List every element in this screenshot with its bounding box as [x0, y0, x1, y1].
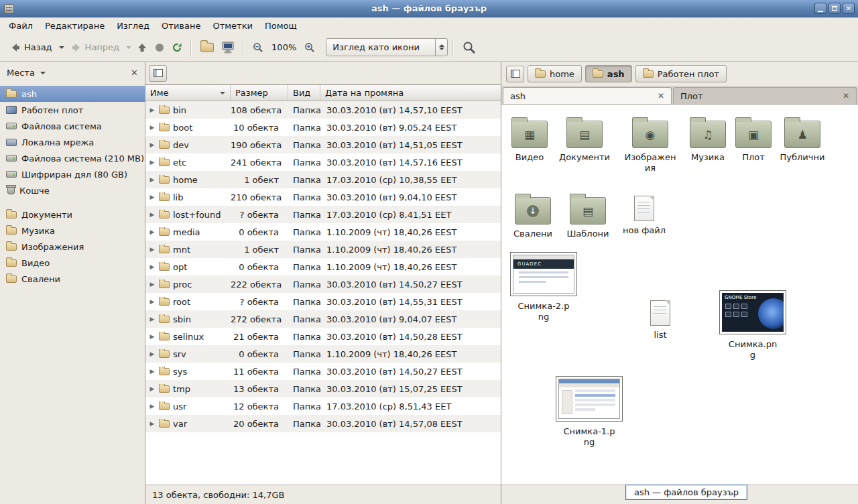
table-row[interactable]: ▶home1 обектПапка17.03.2010 (ср) 10,38,5…: [145, 171, 501, 188]
table-row[interactable]: ▶lost+found? обектаПапка17.03.2010 (ср) …: [145, 206, 501, 223]
table-row[interactable]: ▶bin108 обектаПапка30.03.2010 (вт) 14,57…: [145, 101, 501, 119]
expander-icon[interactable]: ▶: [149, 403, 156, 410]
icon-item-snimka2[interactable]: GUADEC Снимка-2.png: [510, 252, 577, 322]
close-button[interactable]: ✕: [843, 3, 855, 14]
expander-icon[interactable]: ▶: [149, 107, 156, 113]
tab-close-icon[interactable]: ✕: [843, 91, 849, 101]
menu-edit[interactable]: Редактиране: [39, 19, 111, 33]
expander-icon[interactable]: ▶: [149, 351, 156, 357]
breadcrumb-ash[interactable]: ash: [585, 65, 632, 82]
zoom-out-button[interactable]: [249, 38, 267, 57]
expander-icon[interactable]: ▶: [149, 385, 156, 392]
sidebar-item-documents[interactable]: Документи: [0, 206, 145, 223]
reload-button[interactable]: [168, 39, 186, 56]
up-button[interactable]: [133, 39, 151, 56]
sidebar-item-music[interactable]: Музика: [0, 223, 145, 239]
menu-view[interactable]: Изглед: [111, 19, 156, 33]
table-row[interactable]: ▶srv0 обектаПапка1.10.2009 (чт) 18,40,26…: [145, 345, 501, 363]
view-mode-spinner[interactable]: [435, 39, 447, 56]
zoom-in-button[interactable]: [300, 38, 319, 57]
menu-file[interactable]: Файл: [3, 19, 39, 33]
table-row[interactable]: ▶proc222 обектаПапка30.03.2010 (вт) 14,5…: [145, 275, 501, 293]
table-row[interactable]: ▶sys11 обектаПапка30.03.2010 (вт) 14,50,…: [145, 363, 501, 380]
icon-item-snimka1[interactable]: Снимка-1.png: [556, 376, 623, 447]
tab-ash[interactable]: ash ✕: [503, 87, 672, 104]
sidebar-item-trash[interactable]: Кошче: [0, 182, 145, 198]
sidebar-item-video[interactable]: Видео: [0, 255, 145, 271]
table-row[interactable]: ▶dev190 обектаПапка30.03.2010 (вт) 14,51…: [145, 136, 501, 153]
table-row[interactable]: ▶sbin272 обектаПапка30.03.2010 (вт) 9,04…: [145, 310, 501, 328]
sidebar-item-downloads[interactable]: Свалени: [0, 271, 145, 287]
forward-button[interactable]: Напред: [66, 39, 124, 56]
tab-desktop[interactable]: Плот ✕: [673, 87, 857, 104]
sidebar-item-filesystem-210[interactable]: Файлова система (210 MB): [0, 150, 145, 166]
maximize-button[interactable]: [829, 3, 841, 14]
expander-icon[interactable]: ▶: [149, 368, 156, 375]
sidebar-title-dropdown[interactable]: Места: [7, 68, 48, 78]
expander-icon[interactable]: ▶: [149, 246, 156, 253]
expander-icon[interactable]: ▶: [149, 298, 156, 305]
table-row[interactable]: ▶etc241 обектаПапка30.03.2010 (вт) 14,57…: [145, 153, 501, 171]
minimize-button[interactable]: [814, 3, 826, 14]
table-row[interactable]: ▶media0 обектаПапка1.10.2009 (чт) 18,40,…: [145, 223, 501, 241]
computer-button[interactable]: [218, 38, 238, 57]
sidebar-item-network[interactable]: Локална мрежа: [0, 134, 145, 150]
back-button[interactable]: Назад: [5, 39, 57, 56]
table-row[interactable]: ▶root? обектаПапка30.03.2010 (вт) 14,55,…: [145, 293, 501, 310]
icon-item-templates[interactable]: ▤ Шаблони: [560, 193, 616, 239]
expander-icon[interactable]: ▶: [149, 333, 156, 340]
view-mode-dropdown[interactable]: Изглед като икони: [326, 38, 448, 56]
sidebar-item-filesystem[interactable]: Файлова система: [0, 118, 145, 134]
column-header-size[interactable]: Размер: [231, 85, 288, 101]
breadcrumb-home[interactable]: home: [528, 65, 582, 82]
expander-icon[interactable]: ▶: [149, 159, 156, 166]
expander-icon[interactable]: ▶: [149, 229, 156, 235]
column-header-modified[interactable]: Дата на промяна: [320, 85, 501, 101]
table-row[interactable]: ▶mnt1 обектПапка1.10.2009 (чт) 18,40,26 …: [145, 241, 501, 258]
table-row[interactable]: ▶var20 обектаПапка30.03.2010 (вт) 14,57,…: [145, 415, 501, 432]
icon-item-list[interactable]: list: [632, 298, 688, 340]
icon-item-documents[interactable]: ▤ Документи: [556, 117, 613, 163]
expander-icon[interactable]: ▶: [149, 141, 156, 148]
sidebar-item-encrypted[interactable]: Шифриран дял (80 GB): [0, 166, 145, 182]
search-button[interactable]: [458, 37, 480, 58]
pane-toggle-button[interactable]: [506, 66, 524, 82]
menu-bookmarks[interactable]: Отметки: [206, 19, 258, 33]
home-folder-icon: [200, 43, 214, 52]
column-header-name[interactable]: Име: [145, 85, 231, 101]
tab-close-icon[interactable]: ✕: [658, 91, 664, 101]
expander-icon[interactable]: ▶: [149, 281, 156, 288]
table-row[interactable]: ▶opt0 обектаПапка1.10.2009 (чт) 18,40,26…: [145, 258, 501, 275]
icon-item-new-file[interactable]: нов файл: [616, 193, 672, 236]
expander-icon[interactable]: ▶: [149, 176, 156, 183]
table-row[interactable]: ▶usr12 обектаПапка17.03.2010 (ср) 8,51,4…: [145, 397, 501, 415]
expander-icon[interactable]: ▶: [149, 124, 156, 131]
expander-icon[interactable]: ▶: [149, 263, 156, 270]
icon-item-downloads[interactable]: ↓ Свалени: [505, 193, 561, 239]
icon-item-public[interactable]: ♟ Публични: [774, 117, 831, 163]
sidebar-item-ash[interactable]: ash: [0, 86, 145, 102]
menu-go[interactable]: Отиване: [156, 19, 206, 33]
back-history-chevron-icon[interactable]: [59, 46, 64, 49]
table-row[interactable]: ▶tmp13 обектаПапка30.03.2010 (вт) 15,07,…: [145, 380, 501, 397]
pane-toggle-button[interactable]: [149, 65, 167, 82]
sidebar-item-pictures[interactable]: Изображения: [0, 239, 145, 255]
menu-help[interactable]: Помощ: [259, 19, 303, 33]
expander-icon[interactable]: ▶: [149, 211, 156, 218]
toolbar-separator: [452, 39, 454, 56]
icon-item-video[interactable]: ▦ Видео: [501, 117, 558, 163]
sidebar-close-icon[interactable]: ✕: [131, 68, 138, 78]
expander-icon[interactable]: ▶: [149, 420, 156, 427]
table-row[interactable]: ▶lib210 обектаПапка30.03.2010 (вт) 9,04,…: [145, 188, 501, 206]
expander-icon[interactable]: ▶: [149, 316, 156, 322]
table-row[interactable]: ▶boot10 обектаПапка30.03.2010 (вт) 9,05,…: [145, 119, 501, 136]
icon-item-pictures[interactable]: ◉ Изображения: [622, 117, 678, 173]
breadcrumb-desktop[interactable]: Работен плот: [635, 65, 727, 82]
column-header-type[interactable]: Вид: [288, 85, 320, 101]
icon-item-desktop[interactable]: ▣ Плот: [725, 117, 782, 163]
home-button[interactable]: [196, 40, 218, 54]
table-row[interactable]: ▶selinux21 обектаПапка30.03.2010 (вт) 14…: [145, 328, 501, 345]
sidebar-item-desktop[interactable]: Работен плот: [0, 102, 145, 118]
icon-item-snimka[interactable]: GNOME Store Снимка.png: [719, 290, 786, 360]
expander-icon[interactable]: ▶: [149, 194, 156, 200]
